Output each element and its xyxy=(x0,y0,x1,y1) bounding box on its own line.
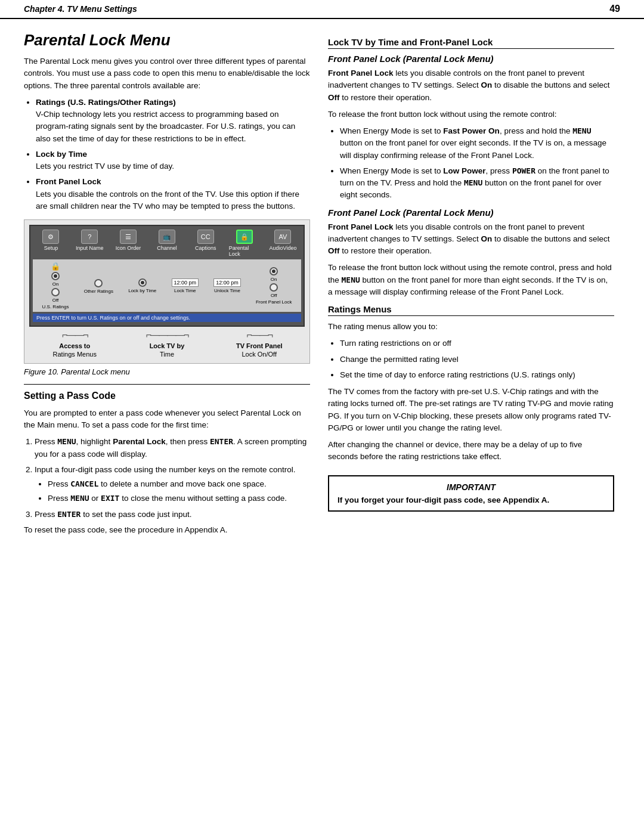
front-panel-lock-2-subheading: Front Panel Lock (Parental Lock Menu) xyxy=(328,208,614,218)
tv-menu-icon-channel: 📺 Channel xyxy=(151,230,182,257)
menu-lock-time: 12:00 pm Lock Time xyxy=(172,278,199,293)
figure-label-2: ⌐————¬ Lock TV byTime xyxy=(122,329,212,358)
fpl2-para2: To release the front button lock without… xyxy=(328,262,614,298)
ratings-menus-section: Ratings Menus The rating menus allow you… xyxy=(328,304,614,463)
figure-box: ⚙ Setup ? Input Name ☰ Icon Order 📺 Chan… xyxy=(24,219,310,364)
step-3: Press ENTER to set the pass code just in… xyxy=(35,509,310,521)
menu-other-ratings: Other Ratings xyxy=(84,278,113,294)
important-title: IMPORTANT xyxy=(338,482,605,492)
tv-menu-icon-captions: CC Captions xyxy=(190,230,221,257)
pass-code-intro: You are prompted to enter a pass code wh… xyxy=(24,407,310,432)
figure-bracket-row: ⌐——¬ Access toRatings Menus ⌐————¬ Lock … xyxy=(29,329,305,358)
bullet-text: Lets you disable the controls on the fro… xyxy=(36,190,299,210)
step-2: Input a four-digit pass code using the n… xyxy=(35,464,310,505)
ratings-intro: The rating menus allow you to: xyxy=(328,321,614,333)
figure-caption: Figure 10. Parental Lock menu xyxy=(24,366,310,378)
tv-menu: ⚙ Setup ? Input Name ☰ Icon Order 📺 Chan… xyxy=(29,225,305,327)
menu-unlock-time: 12:00 pm Unlock Time xyxy=(213,278,241,293)
tv-menu-icon-inputname: ? Input Name xyxy=(74,230,105,257)
important-box: IMPORTANT If you forget your four-digit … xyxy=(328,475,614,512)
left-column: Parental Lock Menu The Parental Lock men… xyxy=(24,31,310,541)
page-header: Chapter 4. TV Menu Settings 49 xyxy=(0,0,644,19)
menu-lock-by-time: Lock by Time xyxy=(128,278,156,293)
list-item: When Energy Mode is set to Low Power, pr… xyxy=(340,165,614,202)
fpl1-bullets: When Energy Mode is set to Fast Power On… xyxy=(340,125,614,202)
fpl1-para1: Front Panel Lock lets you disable contro… xyxy=(328,67,614,104)
front-panel-lock-1-subheading: Front Panel Lock (Parental Lock Menu) xyxy=(328,54,614,64)
bullet-text: V-Chip technology lets you restrict acce… xyxy=(36,110,295,143)
important-text: If you forget your four-digit pass code,… xyxy=(338,496,605,504)
pass-code-last: To reset the pass code, see the procedur… xyxy=(24,524,310,536)
lock-tv-section: Lock TV by Time and Front-Panel Lock Fro… xyxy=(328,37,614,202)
setting-pass-code-heading: Setting a Pass Code xyxy=(24,391,310,402)
list-item: When Energy Mode is set to Fast Power On… xyxy=(340,125,614,162)
tv-menu-icon-lock: 🔒 Parental Lock xyxy=(229,230,260,257)
page-body: Parental Lock Menu The Parental Lock men… xyxy=(0,19,644,553)
intro-para: The Parental Lock menu gives you control… xyxy=(24,55,310,92)
figure-label-1: ⌐——¬ Access toRatings Menus xyxy=(29,329,120,358)
fpl2-para1: Front Panel Lock lets you disable contro… xyxy=(328,221,614,258)
lock-tv-heading: Lock TV by Time and Front-Panel Lock xyxy=(328,37,614,49)
list-item: Ratings (U.S. Ratings/Other Ratings) V-C… xyxy=(36,97,310,145)
page-number: 49 xyxy=(609,4,620,14)
list-item: Front Panel Lock Lets you disable the co… xyxy=(36,176,310,212)
ratings-bullets: Turn rating restrictions on or off Chang… xyxy=(340,337,614,381)
tv-menu-top-row: ⚙ Setup ? Input Name ☰ Icon Order 📺 Chan… xyxy=(33,230,301,257)
chapter-title: Chapter 4. TV Menu Settings xyxy=(24,4,137,14)
sub-bullet-item: Press CANCEL to delete a number and move… xyxy=(48,478,310,490)
tv-menu-icon-iconorder: ☰ Icon Order xyxy=(113,230,144,257)
list-item: Turn rating restrictions on or off xyxy=(340,337,614,349)
steps-list: Press MENU, highlight Parental Lock, the… xyxy=(35,436,310,521)
ratings-para2: After changing the channel or device, th… xyxy=(328,439,614,463)
setting-pass-code-section: Setting a Pass Code You are prompted to … xyxy=(24,391,310,536)
tv-menu-bar: Press ENTER to turn U.S. Ratings on or o… xyxy=(33,314,301,322)
main-title: Parental Lock Menu xyxy=(24,31,310,49)
bullet-text: Lets you restrict TV use by time of day. xyxy=(36,162,174,171)
right-column: Lock TV by Time and Front-Panel Lock Fro… xyxy=(328,31,614,541)
tv-menu-icon-audiovideo: AV AudioVideo xyxy=(267,230,298,257)
bullet-label: Ratings (U.S. Ratings/Other Ratings) xyxy=(36,98,176,107)
bullet-label: Lock by Time xyxy=(36,150,87,159)
sub-bullet-item: Press MENU or EXIT to close the menu wit… xyxy=(48,493,310,504)
sub-bullet-list: Press CANCEL to delete a number and move… xyxy=(48,478,310,505)
menu-front-panel-lock: On Off Front Panel Lock xyxy=(256,267,292,305)
step-1: Press MENU, highlight Parental Lock, the… xyxy=(35,436,310,460)
list-item: Lock by Time Lets you restrict TV use by… xyxy=(36,148,310,173)
ratings-menus-heading: Ratings Menus xyxy=(328,304,614,316)
menu-us-ratings: 🔒 On Off U.S. Ratings xyxy=(42,262,69,309)
figure-label-3: ⌐——¬ TV Front PanelLock On/Off xyxy=(214,329,305,358)
fpl1-para2: To release the front button lock without… xyxy=(328,109,614,120)
front-panel-lock-2-section: Front Panel Lock (Parental Lock Menu) Fr… xyxy=(328,208,614,299)
ratings-para1: The TV comes from the factory with pre-s… xyxy=(328,386,614,434)
tv-menu-items-row: 🔒 On Off U.S. Ratings Other Ratings Lock… xyxy=(33,259,301,312)
bullet-label: Front Panel Lock xyxy=(36,177,101,186)
list-item: Set the time of day to enforce rating re… xyxy=(340,369,614,381)
list-item: Change the permitted rating level xyxy=(340,354,614,366)
bullet-list: Ratings (U.S. Ratings/Other Ratings) V-C… xyxy=(36,97,310,212)
tv-menu-icon-setup: ⚙ Setup xyxy=(35,230,66,257)
